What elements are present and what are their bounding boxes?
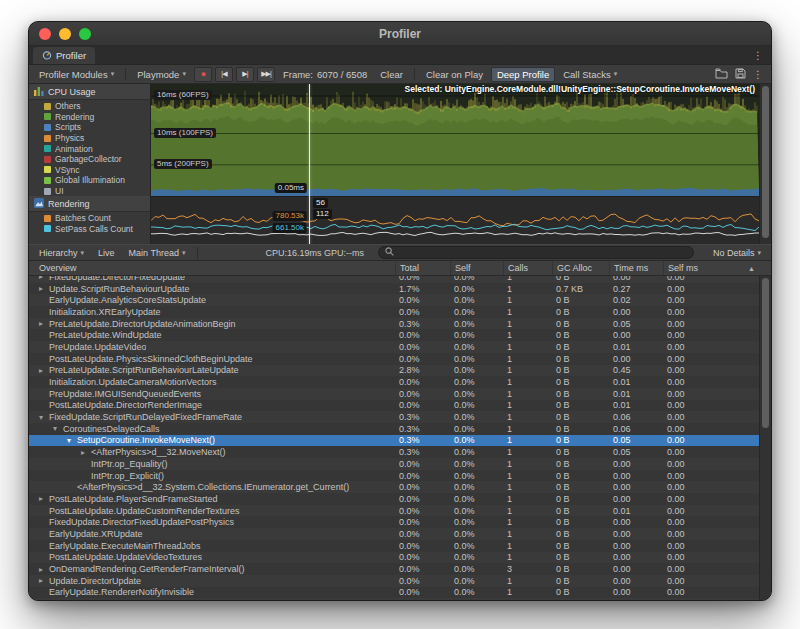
collapse-arrow-icon[interactable]: ▾ xyxy=(39,413,49,422)
table-row[interactable]: EarlyUpdate.XRUpdate0.0%0.0%10 B0.000.00 xyxy=(29,528,771,540)
table-row[interactable]: EarlyUpdate.AnalyticsCoreStatsUpdate0.0%… xyxy=(29,294,771,306)
cell: 0 B xyxy=(552,494,609,504)
table-scrollbar[interactable] xyxy=(759,276,771,600)
thread-dropdown[interactable]: Main Thread ▾ xyxy=(124,246,191,260)
save-profile-icon[interactable] xyxy=(735,68,746,81)
expand-arrow-icon[interactable]: ▸ xyxy=(39,319,49,328)
collapse-arrow-icon[interactable]: ▾ xyxy=(67,436,77,445)
table-row[interactable]: ▸Update.DirectorUpdate0.0%0.0%10 B0.000.… xyxy=(29,575,771,587)
deep-profile-toggle[interactable]: Deep Profile xyxy=(491,67,555,82)
row-label: PreLateUpdate.ScriptRunBehaviourLateUpda… xyxy=(49,365,239,375)
kebab-menu-icon[interactable]: ⋮ xyxy=(753,69,763,80)
playmode-dropdown[interactable]: Playmode ▾ xyxy=(132,67,191,82)
table-row[interactable]: ▾CoroutinesDelayedCalls0.3%0.0%10 B0.060… xyxy=(29,423,771,435)
cell: 0.00 xyxy=(609,494,663,504)
column-overview[interactable]: Overview xyxy=(29,261,395,275)
close-button[interactable] xyxy=(39,28,51,40)
tab-menu-icon[interactable]: ⋮ xyxy=(753,50,763,61)
cpu-usage-chart[interactable] xyxy=(151,84,759,196)
details-dropdown[interactable]: No Details ▾ xyxy=(708,246,766,260)
table-row[interactable]: ▾SetupCoroutine.InvokeMoveNext()0.3%0.0%… xyxy=(29,435,771,447)
table-row[interactable]: PostLateUpdate.DirectorLateUpdate0.0%0.0… xyxy=(29,598,771,600)
table-row[interactable]: ▸FixedUpdate.DirectorFixedUpdate0.0%0.0%… xyxy=(29,276,771,283)
profiler-modules-dropdown[interactable]: Profiler Modules ▾ xyxy=(34,67,119,82)
legend-item-ui[interactable]: UI xyxy=(29,186,150,197)
live-toggle[interactable]: Live xyxy=(93,246,120,260)
modules-scrollbar-thumb[interactable] xyxy=(762,86,769,238)
legend-item-setpass-calls-count[interactable]: SetPass Calls Count xyxy=(29,224,150,235)
column-time-ms[interactable]: Time ms xyxy=(609,261,663,275)
expand-arrow-icon[interactable]: ▸ xyxy=(39,284,49,293)
collapse-arrow-icon[interactable]: ▾ xyxy=(53,424,63,433)
expand-arrow-icon[interactable]: ▸ xyxy=(39,494,49,503)
search-input[interactable] xyxy=(398,248,687,258)
table-row[interactable]: ▸PostLateUpdate.PlayerSendFrameStarted0.… xyxy=(29,493,771,505)
titlebar[interactable]: Profiler xyxy=(29,22,771,46)
load-profile-icon[interactable] xyxy=(715,68,728,81)
search-field[interactable] xyxy=(378,246,694,259)
tab-profiler[interactable]: Profiler xyxy=(33,47,95,64)
expand-arrow-icon[interactable]: ▸ xyxy=(39,576,49,585)
first-frame-icon: |◀ xyxy=(221,70,226,78)
column-total[interactable]: Total xyxy=(395,261,450,275)
expand-arrow-icon[interactable]: ▸ xyxy=(39,366,49,375)
frame-selection-line[interactable] xyxy=(309,84,310,244)
table-row[interactable]: PostLateUpdate.UpdateCustomRenderTexture… xyxy=(29,505,771,517)
legend-item-garbagecollector[interactable]: GarbageCollector xyxy=(29,154,150,165)
current-frame-button[interactable]: ▶▶| xyxy=(257,67,275,82)
row-label: PostLateUpdate.DirectorRenderImage xyxy=(49,400,202,410)
column-calls[interactable]: Calls xyxy=(503,261,552,275)
module-header-cpu[interactable]: CPU Usage xyxy=(29,84,150,100)
table-scrollbar-thumb[interactable] xyxy=(762,278,769,428)
table-row[interactable]: ▸PreLateUpdate.DirectorUpdateAnimationBe… xyxy=(29,318,771,330)
table-row[interactable]: ▸OnDemandRendering.GetRenderFrameInterva… xyxy=(29,563,771,575)
legend-item-vsync[interactable]: VSync xyxy=(29,165,150,176)
table-row[interactable]: <AfterPhysics>d__32.System.Collections.I… xyxy=(29,481,771,493)
expand-arrow-icon[interactable]: ▸ xyxy=(39,276,49,281)
table-row[interactable]: IntPtr.op_Explicit()0.0%0.0%10 B0.000.00 xyxy=(29,470,771,482)
expand-arrow-icon[interactable]: ▸ xyxy=(81,448,91,457)
record-button[interactable]: ● xyxy=(194,67,212,82)
legend-item-animation[interactable]: Animation xyxy=(29,143,150,154)
cell: 0.45 xyxy=(609,365,663,375)
column-gc-alloc[interactable]: GC Alloc xyxy=(552,261,609,275)
clear-on-play-toggle[interactable]: Clear on Play xyxy=(421,67,488,82)
legend-item-batches-count[interactable]: Batches Count xyxy=(29,213,150,224)
table-row[interactable]: ▸<AfterPhysics>d__32.MoveNext()0.3%0.0%1… xyxy=(29,446,771,458)
table-row[interactable]: FixedUpdate.DirectorFixedUpdatePostPhysi… xyxy=(29,516,771,528)
expand-arrow-icon[interactable]: ▸ xyxy=(39,565,49,574)
minimize-button[interactable] xyxy=(59,28,71,40)
table-row[interactable]: ▸PreLateUpdate.ScriptRunBehaviourLateUpd… xyxy=(29,365,771,377)
first-frame-button[interactable]: |◀ xyxy=(215,67,233,82)
table-row[interactable]: ▾FixedUpdate.ScriptRunDelayedFixedFrameR… xyxy=(29,411,771,423)
table-row[interactable]: Initialization.UpdateCameraMotionVectors… xyxy=(29,376,771,388)
next-frame-button[interactable]: ▶| xyxy=(236,67,254,82)
rendering-chart[interactable] xyxy=(151,196,759,244)
legend-item-global-illumination[interactable]: Global Illumination xyxy=(29,175,150,186)
column-self[interactable]: Self xyxy=(450,261,503,275)
table-row[interactable]: EarlyUpdate.RendererNotifyInvisible0.0%0… xyxy=(29,587,771,599)
table-row[interactable]: Initialization.XREarlyUpdate0.0%0.0%10 B… xyxy=(29,306,771,318)
sort-ascending-icon[interactable]: ▲ xyxy=(748,265,755,272)
table-row[interactable]: PostLateUpdate.PhysicsSkinnedClothBeginU… xyxy=(29,353,771,365)
table-row[interactable]: PreUpdate.UpdateVideo0.0%0.0%10 B0.010.0… xyxy=(29,341,771,353)
hierarchy-mode-dropdown[interactable]: Hierarchy ▾ xyxy=(34,246,89,260)
table-row[interactable]: PreUpdate.IMGUISendQueuedEvents0.0%0.0%1… xyxy=(29,388,771,400)
module-header-rendering[interactable]: Rendering xyxy=(29,196,150,212)
cell: 0.0% xyxy=(395,587,450,597)
legend-item-rendering[interactable]: Rendering xyxy=(29,112,150,123)
table-row[interactable]: IntPtr.op_Equality()0.0%0.0%10 B0.000.00 xyxy=(29,458,771,470)
modules-scrollbar[interactable] xyxy=(759,84,771,244)
table-row[interactable]: PostLateUpdate.UpdateVideoTextures0.0%0.… xyxy=(29,552,771,564)
table-row[interactable]: ▸Update.ScriptRunBehaviourUpdate1.7%0.0%… xyxy=(29,283,771,295)
table-row[interactable]: PostLateUpdate.DirectorRenderImage0.0%0.… xyxy=(29,400,771,412)
legend-item-physics[interactable]: Physics xyxy=(29,133,150,144)
legend-item-others[interactable]: Others xyxy=(29,101,150,112)
call-stacks-dropdown[interactable]: Call Stacks ▾ xyxy=(558,67,622,82)
table-row[interactable]: PreLateUpdate.WindUpdate0.0%0.0%10 B0.00… xyxy=(29,329,771,341)
table-row[interactable]: EarlyUpdate.ExecuteMainThreadJobs0.0%0.0… xyxy=(29,540,771,552)
zoom-button[interactable] xyxy=(79,28,91,40)
legend-item-scripts[interactable]: Scripts xyxy=(29,122,150,133)
column-self-ms[interactable]: Self ms xyxy=(663,261,721,275)
clear-button[interactable]: Clear xyxy=(375,67,408,82)
